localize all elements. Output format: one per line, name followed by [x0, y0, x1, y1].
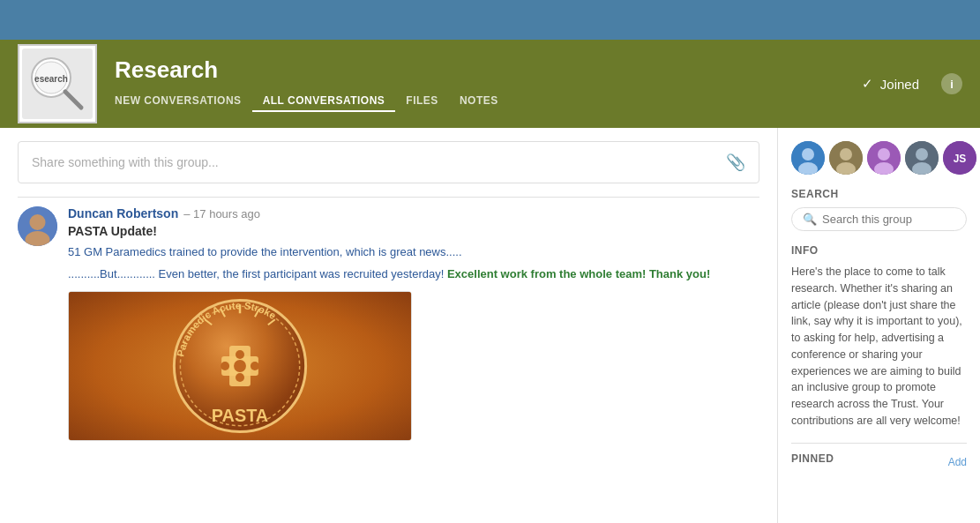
member-avatar-5[interactable]: JS — [943, 141, 976, 175]
svg-text:esearch: esearch — [34, 74, 68, 84]
post-text-highlight: 51 GM Paramedics trained to provide the … — [68, 245, 759, 258]
nav-notes[interactable]: NOTES — [449, 91, 509, 112]
member-avatar-4[interactable] — [905, 141, 939, 175]
members-row: JS + — [791, 141, 967, 175]
post-image: Paramedic Acute Stroke — [68, 291, 412, 441]
info-icon[interactable]: i — [941, 73, 962, 94]
search-input[interactable] — [822, 213, 955, 226]
info-section: INFO Here's the place to come to talk re… — [791, 244, 967, 430]
joined-button[interactable]: ✓ Joined — [862, 76, 919, 92]
logo-svg: esearch — [26, 53, 88, 115]
author-avatar — [18, 206, 57, 246]
svg-point-16 — [251, 362, 259, 370]
member-avatar-1[interactable] — [791, 141, 825, 175]
group-logo-inner: esearch — [22, 49, 93, 119]
group-header: esearch Research NEW CONVERSATIONS ALL C… — [0, 40, 980, 128]
group-logo: esearch — [18, 44, 97, 123]
search-section: SEARCH 🔍 — [791, 188, 967, 231]
avatar-svg — [18, 206, 57, 246]
post-text-2-part4: Thank you! — [646, 267, 710, 280]
top-bar — [0, 0, 980, 40]
pinned-add-link[interactable]: Add — [948, 456, 967, 468]
info-text: Here's the place to come to talk researc… — [791, 264, 967, 430]
svg-point-15 — [221, 362, 229, 370]
svg-text:PASTA: PASTA — [212, 406, 268, 425]
svg-point-35 — [916, 148, 928, 161]
attachment-icon[interactable]: 📎 — [726, 153, 745, 172]
post-text-2-part2: Even better, the first participant was r… — [155, 267, 444, 280]
group-title-section: Research NEW CONVERSATIONS ALL CONVERSAT… — [115, 56, 862, 112]
post-content: Duncan Robertson – 17 hours ago PASTA Up… — [68, 206, 759, 441]
svg-line-3 — [65, 92, 81, 108]
share-placeholder: Share something with this group... — [32, 155, 219, 169]
group-title: Research — [115, 56, 862, 84]
svg-point-17 — [234, 360, 246, 372]
nav-files[interactable]: FILES — [395, 91, 449, 112]
avatar-img — [18, 206, 57, 246]
svg-point-29 — [840, 148, 852, 161]
member-avatar-3[interactable] — [867, 141, 901, 175]
post-title: PASTA Update! — [68, 224, 759, 238]
post-text-2: ..........But............ Even better, t… — [68, 267, 759, 280]
group-nav: NEW CONVERSATIONS ALL CONVERSATIONS FILE… — [115, 91, 862, 112]
svg-point-26 — [802, 148, 814, 161]
right-sidebar: JS + SEARCH 🔍 INFO Here's the place to c… — [777, 128, 980, 523]
pinned-label: PINNED — [791, 452, 834, 465]
info-label: INFO — [791, 244, 967, 257]
pinned-header: PINNED Add — [791, 452, 967, 472]
post-time: – 17 hours ago — [183, 207, 260, 220]
pinned-section: PINNED Add — [791, 443, 967, 472]
nav-new-conversations[interactable]: NEW CONVERSATIONS — [115, 91, 252, 112]
member-avatar-2[interactable] — [829, 141, 863, 175]
svg-point-5 — [30, 214, 46, 230]
checkmark-icon: ✓ — [862, 76, 873, 92]
search-input-wrapper: 🔍 — [791, 207, 967, 231]
post-text-2-part1: ..........But............ — [68, 267, 155, 280]
svg-text:JS: JS — [954, 153, 967, 165]
pasta-image-svg: Paramedic Acute Stroke — [69, 291, 411, 441]
post-text-2-part3: Excellent work from the whole team! — [444, 267, 646, 280]
author-name[interactable]: Duncan Robertson — [68, 206, 178, 220]
svg-point-13 — [236, 350, 244, 359]
nav-all-conversations[interactable]: ALL CONVERSATIONS — [252, 91, 396, 112]
search-icon: 🔍 — [803, 213, 817, 226]
share-box[interactable]: Share something with this group... 📎 — [18, 141, 759, 183]
post-meta: Duncan Robertson – 17 hours ago — [68, 206, 759, 220]
post-container: Duncan Robertson – 17 hours ago PASTA Up… — [0, 198, 777, 450]
svg-point-32 — [878, 148, 890, 161]
left-panel: Share something with this group... 📎 Dun… — [0, 128, 777, 523]
main-content: Share something with this group... 📎 Dun… — [0, 128, 980, 523]
svg-point-14 — [236, 373, 244, 382]
search-label: SEARCH — [791, 188, 967, 200]
